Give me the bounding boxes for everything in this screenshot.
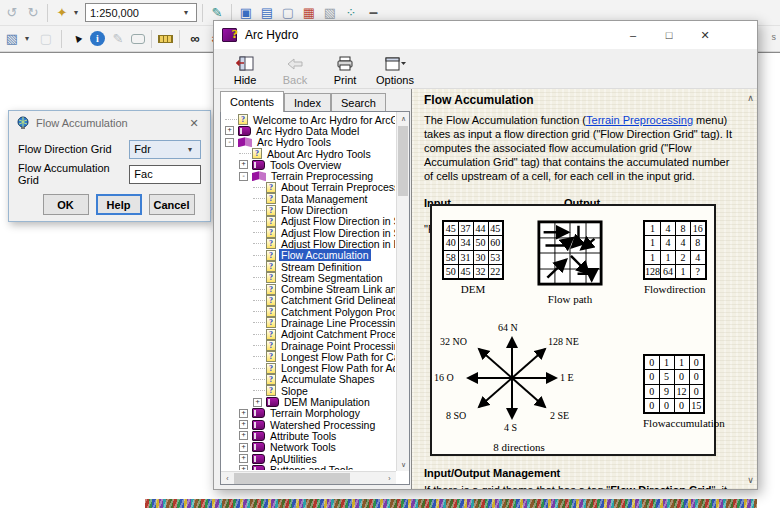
expand-icon[interactable]: +: [225, 126, 234, 135]
tree-item-label[interactable]: Terrain Preprocessing: [269, 170, 375, 182]
tree-item-label[interactable]: Drainage Point Processing: [279, 340, 395, 352]
tree-item-label[interactable]: Arc Hydro Data Model: [254, 125, 361, 137]
tree-item[interactable]: ?Accumulate Shapes: [222, 374, 395, 385]
tree-item[interactable]: ?Catchment Grid Delineation: [222, 295, 395, 306]
combo-dropdown-icon[interactable]: ▾: [188, 145, 196, 154]
tree-item[interactable]: ?Longest Flow Path for Catc: [222, 351, 395, 362]
tree-item[interactable]: -Terrain Preprocessing: [222, 170, 395, 181]
tree-item-label[interactable]: Buttons and Tools: [268, 464, 355, 470]
tree-item-label[interactable]: About Arc Hydro Tools: [265, 148, 373, 160]
tab-contents[interactable]: Contents: [220, 91, 284, 112]
tree-item-label[interactable]: Adjust Flow Direction in Lak: [279, 238, 395, 250]
scroll-up-icon[interactable]: ∧: [397, 112, 410, 125]
tree-item-label[interactable]: Network Tools: [268, 441, 338, 453]
scale-dropdown-icon[interactable]: ▾: [184, 8, 192, 17]
tree-item-label[interactable]: About Terrain Preprocessin: [279, 181, 395, 193]
expand-icon[interactable]: +: [239, 420, 248, 429]
measure-icon[interactable]: [158, 35, 173, 43]
tree-item-label[interactable]: Watershed Processing: [268, 419, 377, 431]
scrollbar-thumb[interactable]: [234, 473, 350, 484]
tree-item[interactable]: ?Combine Stream Link and S: [222, 283, 395, 294]
scroll-down-icon[interactable]: ∨: [744, 473, 757, 487]
tree-item[interactable]: ?Welcome to Arc Hydro for ArcGIS: [222, 114, 395, 125]
tree-item[interactable]: ?About Terrain Preprocessin: [222, 182, 395, 193]
tree-item-label[interactable]: Accumulate Shapes: [279, 373, 376, 385]
tab-index[interactable]: Index: [284, 93, 331, 112]
tree-item[interactable]: +Attribute Tools: [222, 430, 395, 441]
collapse-icon[interactable]: -: [239, 172, 248, 181]
tree-item[interactable]: ?Longest Flow Path for Adjo: [222, 363, 395, 374]
maximize-icon[interactable]: □: [651, 29, 687, 41]
tree-item-label[interactable]: Adjust Flow Direction in Sin: [279, 215, 395, 227]
scroll-right-icon[interactable]: ›: [383, 472, 396, 485]
hyperlink-icon[interactable]: ✎: [109, 30, 127, 48]
expand-icon[interactable]: +: [239, 443, 248, 452]
tree-item[interactable]: ?Drainage Point Processing: [222, 340, 395, 351]
select-elements-icon[interactable]: ►: [64, 26, 89, 51]
help-window-titlebar[interactable]: Arc Hydro – □ ✕: [214, 21, 757, 49]
tree-item[interactable]: +Arc Hydro Data Model: [222, 125, 395, 136]
link-views-icon[interactable]: ⁘: [342, 4, 360, 22]
collapse-icon[interactable]: -: [225, 138, 234, 147]
minimize-icon[interactable]: –: [615, 29, 651, 41]
tree-item[interactable]: ?Slope: [222, 385, 395, 396]
scroll-left-icon[interactable]: ‹: [221, 472, 234, 485]
tree-item-label[interactable]: Flow Direction: [279, 204, 350, 216]
tree-item[interactable]: +ApUtilities: [222, 453, 395, 464]
tree-item[interactable]: +Terrain Morphology: [222, 408, 395, 419]
undo-icon[interactable]: ↺: [3, 4, 21, 22]
edit-sketch-icon[interactable]: ✎: [208, 4, 226, 22]
topic-scrollbar[interactable]: ∧ ∨: [743, 89, 758, 489]
dialog-close-icon[interactable]: ✕: [185, 117, 203, 130]
tree-item-label[interactable]: Adjoint Catchment Process: [279, 328, 395, 340]
flow-direction-grid-combobox[interactable]: Fdr ▾: [129, 140, 201, 159]
tab-search[interactable]: Search: [331, 93, 386, 112]
compass-tool-icon[interactable]: ✦: [53, 4, 71, 22]
tree-item-label[interactable]: Combine Stream Link and S: [279, 283, 395, 295]
terrain-preprocessing-link[interactable]: Terrain Preprocessing: [586, 114, 693, 126]
tree-item-label[interactable]: ApUtilities: [268, 453, 319, 465]
tree-item[interactable]: ?Drainage Line Processing: [222, 317, 395, 328]
refresh-view-icon[interactable]: ▢: [279, 4, 297, 22]
tree-item-label[interactable]: Terrain Morphology: [268, 407, 362, 419]
scroll-down-icon[interactable]: ∨: [397, 458, 410, 471]
html-popup-icon[interactable]: [131, 34, 145, 44]
tree-item-label[interactable]: Tools Overview: [268, 159, 343, 171]
pause-drawing-icon[interactable]: ▦: [300, 4, 318, 22]
scrollbar-thumb[interactable]: [398, 126, 408, 196]
tree-item[interactable]: ?Adjoint Catchment Process: [222, 329, 395, 340]
tree-item-label[interactable]: Welcome to Arc Hydro for ArcGIS: [251, 114, 395, 126]
ok-button[interactable]: OK: [43, 194, 89, 215]
tree-item-label[interactable]: Arc Hydro Tools: [255, 136, 333, 148]
redo-icon[interactable]: ↻: [24, 4, 42, 22]
tree-item[interactable]: ?Flow Direction: [222, 204, 395, 215]
identify-icon[interactable]: i: [90, 31, 105, 46]
close-icon[interactable]: ✕: [687, 29, 723, 42]
map-navigation-dropdown-icon[interactable]: ▾: [25, 34, 33, 43]
tree-item[interactable]: +Network Tools: [222, 442, 395, 453]
tree-item-label[interactable]: DEM Manipulation: [282, 396, 372, 408]
tree-item[interactable]: +DEM Manipulation: [222, 396, 395, 407]
tree-item-label[interactable]: Longest Flow Path for Catc: [279, 351, 395, 363]
expand-icon[interactable]: +: [239, 409, 248, 418]
tree-item[interactable]: ?Catchment Polygon Proces: [222, 306, 395, 317]
tree-item[interactable]: ?Data Management: [222, 193, 395, 204]
layout-view-icon[interactable]: ▤: [258, 4, 276, 22]
tree-item-label[interactable]: Flow Accumulation: [279, 249, 371, 261]
tree-item[interactable]: ?Adjust Flow Direction in Sin: [222, 216, 395, 227]
map-scale-combobox[interactable]: 1:250,000 ▾: [85, 3, 197, 22]
tree-item-label[interactable]: Longest Flow Path for Adjo: [279, 362, 395, 374]
tree-vertical-scrollbar[interactable]: ∧ ∨: [396, 112, 409, 471]
tree-item[interactable]: +Watershed Processing: [222, 419, 395, 430]
tree-item-label[interactable]: Attribute Tools: [268, 430, 338, 442]
tree-item[interactable]: ?Stream Segmentation: [222, 272, 395, 283]
tree-item[interactable]: +Buttons and Tools: [222, 464, 395, 470]
tree-item[interactable]: ?About Arc Hydro Tools: [222, 148, 395, 159]
tree-item-label[interactable]: Catchment Polygon Proces: [279, 306, 395, 318]
expand-icon[interactable]: +: [239, 454, 248, 463]
scroll-up-icon[interactable]: ∧: [744, 91, 757, 105]
tree-item-label[interactable]: Catchment Grid Delineation: [279, 294, 395, 306]
flow-accumulation-grid-input[interactable]: Fac: [129, 165, 201, 184]
data-view-icon[interactable]: ▣: [237, 4, 255, 22]
help-button[interactable]: Help: [96, 194, 142, 215]
